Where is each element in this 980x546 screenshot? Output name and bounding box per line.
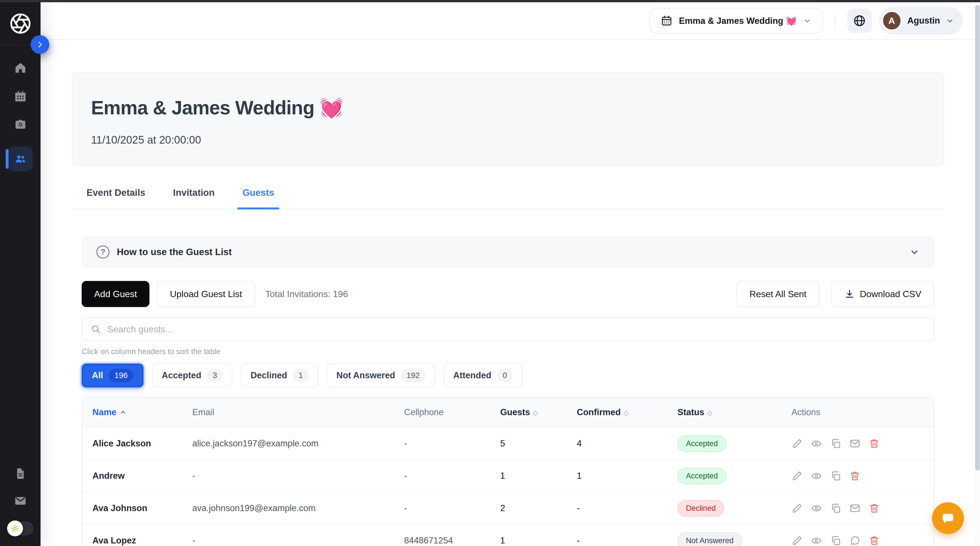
copy-action-button[interactable]: [830, 503, 842, 514]
chevron-down-icon: [909, 247, 920, 257]
filter-all[interactable]: All 196: [82, 364, 143, 387]
view-action-button[interactable]: [811, 503, 822, 514]
chat-fab-button[interactable]: [932, 502, 964, 534]
sidebar-item-documents[interactable]: [0, 467, 41, 480]
sidebar-item-messages[interactable]: [0, 494, 41, 508]
guest-list-help-accordion[interactable]: ? How to use the Guest List: [82, 237, 934, 267]
tab-guests[interactable]: Guests: [242, 187, 274, 209]
status-badge: Accepted: [678, 468, 727, 484]
column-header-guests[interactable]: Guests◇: [495, 407, 572, 417]
filter-accepted[interactable]: Accepted 3: [152, 364, 232, 387]
edit-action-button[interactable]: [791, 503, 803, 514]
table-row[interactable]: Ava Johnson ava.johnson199@example.com -…: [82, 492, 934, 524]
download-csv-label: Download CSV: [860, 289, 921, 299]
chat-action-button[interactable]: [849, 535, 861, 546]
topbar: Emma & James Wedding 💓 A Agustin: [41, 2, 980, 40]
calendar-icon: [661, 15, 673, 27]
edit-action-button[interactable]: [791, 535, 803, 546]
guest-count: 1: [495, 535, 572, 546]
guest-email: alice.jackson197@example.com: [187, 439, 399, 449]
mail-action-button[interactable]: [849, 438, 861, 449]
globe-icon: [853, 14, 866, 27]
user-name: Agustin: [907, 16, 940, 26]
sidebar-item-photos[interactable]: [0, 118, 41, 131]
chevron-right-icon: [35, 40, 45, 49]
sort-icon: ◇: [624, 409, 628, 417]
column-header-name[interactable]: Name: [88, 407, 187, 417]
view-action-button[interactable]: [811, 535, 822, 546]
download-icon: [845, 289, 855, 299]
row-actions: [786, 503, 934, 514]
reset-all-sent-button[interactable]: Reset All Sent: [737, 281, 819, 307]
language-globe-button[interactable]: [847, 8, 872, 33]
delete-action-button[interactable]: [849, 470, 861, 482]
column-header-cellphone[interactable]: Cellphone: [399, 407, 495, 417]
guest-toolbar: Add Guest Upload Guest List Total Invita…: [82, 281, 934, 307]
view-action-button[interactable]: [811, 438, 822, 449]
status-filters: All 196 Accepted 3 Declined 1 Not Answer…: [82, 364, 934, 387]
guest-name: Alice Jackson: [88, 439, 187, 449]
heart-emoji: 💓: [786, 16, 797, 26]
user-menu[interactable]: A Agustin: [879, 7, 963, 35]
scrollbar-thumb[interactable]: [975, 5, 980, 471]
sidebar-item-home[interactable]: [0, 61, 41, 74]
table-row[interactable]: Alice Jackson alice.jackson197@example.c…: [82, 427, 934, 460]
row-actions: [786, 438, 934, 449]
column-header-email[interactable]: Email: [187, 407, 399, 417]
copy-action-button[interactable]: [830, 470, 842, 482]
sidebar: [0, 0, 41, 546]
filter-declined[interactable]: Declined 1: [241, 364, 318, 387]
guest-cellphone: -: [399, 439, 495, 449]
chevron-down-icon: [946, 16, 954, 25]
delete-action-button[interactable]: [869, 438, 880, 449]
mail-action-button[interactable]: [849, 503, 861, 514]
guests-users-icon: [14, 152, 27, 166]
home-icon: [14, 61, 27, 74]
guest-count: 2: [495, 503, 572, 513]
guest-confirmed-count: -: [572, 503, 672, 513]
tab-event-details[interactable]: Event Details: [86, 187, 145, 209]
table-row[interactable]: Ava Lopez - 8448671254 1 - Not Answered: [82, 524, 934, 546]
page-scrollbar[interactable]: [975, 2, 980, 546]
sidebar-item-events[interactable]: [0, 90, 41, 103]
row-actions: [786, 535, 934, 546]
guest-name: Ava Johnson: [88, 503, 187, 513]
edit-action-button[interactable]: [791, 438, 803, 449]
sidebar-item-guests[interactable]: [0, 147, 41, 171]
heart-emoji: 💓: [319, 97, 343, 118]
sidebar-expand-button[interactable]: [30, 35, 49, 54]
delete-action-button[interactable]: [869, 503, 880, 514]
event-selector-label: Emma & James Wedding: [679, 16, 783, 26]
main-content: Emma & James Wedding 💓 11/10/2025 at 20:…: [41, 40, 980, 546]
guest-table: Name Email Cellphone Guests◇ Confirmed◇ …: [82, 397, 934, 546]
copy-action-button[interactable]: [830, 438, 842, 449]
chat-bubble-icon: [940, 510, 956, 526]
table-body: Alice Jackson alice.jackson197@example.c…: [82, 427, 934, 546]
search-input[interactable]: [107, 324, 925, 335]
event-selector-dropdown[interactable]: Emma & James Wedding 💓: [649, 8, 822, 34]
filter-count-badge: 192: [401, 369, 426, 382]
guest-count: 5: [495, 439, 572, 449]
download-csv-button[interactable]: Download CSV: [831, 281, 934, 307]
table-row[interactable]: Andrew - - 1 1 Accepted: [82, 460, 934, 492]
sort-ascending-icon: [120, 409, 126, 416]
event-tabs: Event Details Invitation Guests: [72, 187, 944, 209]
copy-action-button[interactable]: [830, 535, 842, 546]
search-icon: [91, 324, 101, 334]
event-header-card: Emma & James Wedding 💓 11/10/2025 at 20:…: [72, 72, 944, 166]
filter-attended[interactable]: Attended 0: [444, 364, 522, 387]
view-action-button[interactable]: [811, 470, 822, 482]
edit-action-button[interactable]: [791, 470, 803, 482]
sort-icon: ◇: [707, 409, 712, 417]
guest-cellphone: -: [399, 503, 495, 513]
filter-not-answered[interactable]: Not Answered 192: [327, 364, 435, 387]
add-guest-button[interactable]: Add Guest: [82, 281, 150, 307]
app-logo-aperture-icon[interactable]: [9, 12, 32, 35]
document-icon: [14, 467, 27, 480]
delete-action-button[interactable]: [869, 535, 880, 546]
tab-invitation[interactable]: Invitation: [173, 187, 215, 209]
theme-toggle[interactable]: [8, 522, 33, 535]
column-header-status[interactable]: Status◇: [672, 407, 786, 417]
column-header-confirmed[interactable]: Confirmed◇: [572, 407, 672, 417]
upload-guest-list-button[interactable]: Upload Guest List: [157, 281, 255, 307]
